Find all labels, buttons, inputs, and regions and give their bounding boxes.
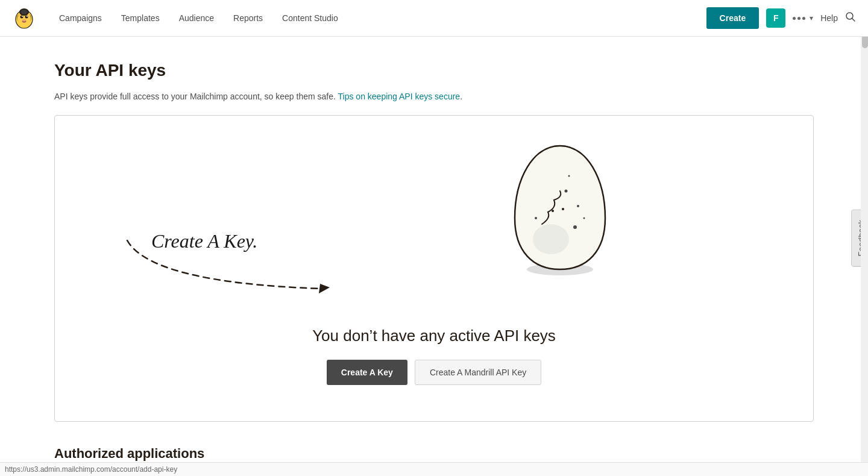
svg-point-21 — [552, 210, 554, 212]
help-link[interactable]: Help — [820, 13, 838, 23]
svg-point-19 — [568, 175, 570, 177]
svg-point-5 — [25, 16, 28, 19]
main-content: Your API keys API keys provide full acce… — [0, 37, 868, 476]
svg-point-14 — [533, 224, 569, 254]
empty-state-content: You don’t have any active API keys Creat… — [312, 327, 556, 385]
svg-point-7 — [27, 16, 28, 17]
nav-links: Campaigns Templates Audience Reports Con… — [51, 8, 706, 28]
create-mandrill-key-button[interactable]: Create A Mandrill API Key — [415, 360, 541, 385]
top-navigation: Campaigns Templates Audience Reports Con… — [0, 0, 868, 37]
svg-point-22 — [562, 208, 564, 210]
nav-audience[interactable]: Audience — [171, 8, 222, 28]
search-icon[interactable] — [845, 11, 856, 25]
svg-point-4 — [20, 16, 24, 19]
illustration-area: Create A Key. — [79, 140, 789, 308]
scrollbar-track — [861, 0, 868, 476]
empty-title: You don’t have any active API keys — [312, 327, 556, 345]
authorized-apps-title: Authorized applications — [54, 446, 814, 462]
nav-content-studio[interactable]: Content Studio — [274, 8, 347, 28]
empty-state-card: Create A Key. — [54, 115, 814, 422]
svg-point-17 — [573, 225, 577, 229]
svg-point-20 — [535, 217, 537, 219]
chevron-down-icon: ▾ — [810, 14, 813, 22]
egg-illustration — [500, 140, 620, 280]
svg-line-12 — [852, 18, 855, 21]
status-bar: https://us3.admin.mailchimp.com/account/… — [0, 462, 868, 476]
nav-right: Create F ▾ Help — [706, 7, 856, 29]
api-description: API keys provide full access to your Mai… — [54, 90, 814, 103]
create-button[interactable]: Create — [706, 7, 760, 29]
svg-point-15 — [565, 190, 568, 193]
dashed-arrow — [115, 234, 344, 308]
nav-reports[interactable]: Reports — [225, 8, 271, 28]
nav-campaigns[interactable]: Campaigns — [51, 8, 110, 28]
create-key-button[interactable]: Create A Key — [327, 360, 407, 385]
svg-point-10 — [20, 10, 28, 14]
tips-link[interactable]: Tips on keeping API keys secure — [338, 92, 461, 101]
svg-marker-23 — [319, 284, 330, 293]
avatar[interactable]: F — [766, 8, 785, 28]
status-url: https://us3.admin.mailchimp.com/account/… — [5, 465, 177, 474]
svg-point-18 — [583, 218, 585, 219]
nav-templates[interactable]: Templates — [113, 8, 168, 28]
svg-point-16 — [577, 205, 579, 207]
page-title: Your API keys — [54, 61, 814, 80]
mailchimp-logo[interactable] — [12, 6, 36, 30]
button-group: Create A Key Create A Mandrill API Key — [312, 360, 556, 385]
svg-point-6 — [22, 16, 23, 17]
account-menu[interactable]: ▾ — [793, 14, 813, 22]
